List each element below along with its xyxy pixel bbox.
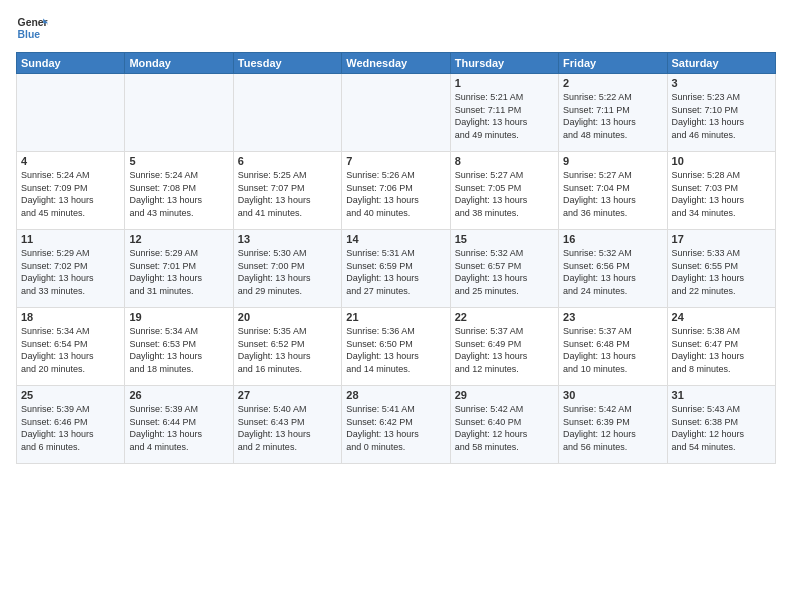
- day-number: 13: [238, 233, 337, 245]
- calendar-cell: 14Sunrise: 5:31 AM Sunset: 6:59 PM Dayli…: [342, 230, 450, 308]
- calendar-cell: 18Sunrise: 5:34 AM Sunset: 6:54 PM Dayli…: [17, 308, 125, 386]
- weekday-header-sunday: Sunday: [17, 53, 125, 74]
- calendar-cell: 20Sunrise: 5:35 AM Sunset: 6:52 PM Dayli…: [233, 308, 341, 386]
- day-number: 10: [672, 155, 771, 167]
- calendar-cell: 11Sunrise: 5:29 AM Sunset: 7:02 PM Dayli…: [17, 230, 125, 308]
- calendar-cell: 8Sunrise: 5:27 AM Sunset: 7:05 PM Daylig…: [450, 152, 558, 230]
- day-number: 27: [238, 389, 337, 401]
- day-info: Sunrise: 5:28 AM Sunset: 7:03 PM Dayligh…: [672, 169, 771, 219]
- calendar-cell: [125, 74, 233, 152]
- day-number: 28: [346, 389, 445, 401]
- day-number: 19: [129, 311, 228, 323]
- day-info: Sunrise: 5:24 AM Sunset: 7:08 PM Dayligh…: [129, 169, 228, 219]
- calendar-cell: 12Sunrise: 5:29 AM Sunset: 7:01 PM Dayli…: [125, 230, 233, 308]
- day-info: Sunrise: 5:36 AM Sunset: 6:50 PM Dayligh…: [346, 325, 445, 375]
- calendar-cell: [342, 74, 450, 152]
- calendar-cell: 27Sunrise: 5:40 AM Sunset: 6:43 PM Dayli…: [233, 386, 341, 464]
- day-info: Sunrise: 5:37 AM Sunset: 6:48 PM Dayligh…: [563, 325, 662, 375]
- day-info: Sunrise: 5:43 AM Sunset: 6:38 PM Dayligh…: [672, 403, 771, 453]
- day-info: Sunrise: 5:39 AM Sunset: 6:46 PM Dayligh…: [21, 403, 120, 453]
- weekday-header-wednesday: Wednesday: [342, 53, 450, 74]
- day-number: 15: [455, 233, 554, 245]
- calendar-cell: 4Sunrise: 5:24 AM Sunset: 7:09 PM Daylig…: [17, 152, 125, 230]
- day-info: Sunrise: 5:33 AM Sunset: 6:55 PM Dayligh…: [672, 247, 771, 297]
- day-number: 3: [672, 77, 771, 89]
- weekday-header-friday: Friday: [559, 53, 667, 74]
- day-info: Sunrise: 5:32 AM Sunset: 6:56 PM Dayligh…: [563, 247, 662, 297]
- day-info: Sunrise: 5:39 AM Sunset: 6:44 PM Dayligh…: [129, 403, 228, 453]
- day-info: Sunrise: 5:34 AM Sunset: 6:54 PM Dayligh…: [21, 325, 120, 375]
- calendar-cell: 29Sunrise: 5:42 AM Sunset: 6:40 PM Dayli…: [450, 386, 558, 464]
- calendar-cell: 16Sunrise: 5:32 AM Sunset: 6:56 PM Dayli…: [559, 230, 667, 308]
- day-number: 9: [563, 155, 662, 167]
- calendar-cell: 24Sunrise: 5:38 AM Sunset: 6:47 PM Dayli…: [667, 308, 775, 386]
- day-info: Sunrise: 5:40 AM Sunset: 6:43 PM Dayligh…: [238, 403, 337, 453]
- calendar-cell: 25Sunrise: 5:39 AM Sunset: 6:46 PM Dayli…: [17, 386, 125, 464]
- weekday-header-tuesday: Tuesday: [233, 53, 341, 74]
- day-number: 17: [672, 233, 771, 245]
- calendar-cell: 26Sunrise: 5:39 AM Sunset: 6:44 PM Dayli…: [125, 386, 233, 464]
- day-number: 31: [672, 389, 771, 401]
- day-number: 21: [346, 311, 445, 323]
- calendar-cell: 30Sunrise: 5:42 AM Sunset: 6:39 PM Dayli…: [559, 386, 667, 464]
- calendar-cell: 23Sunrise: 5:37 AM Sunset: 6:48 PM Dayli…: [559, 308, 667, 386]
- day-info: Sunrise: 5:21 AM Sunset: 7:11 PM Dayligh…: [455, 91, 554, 141]
- day-number: 6: [238, 155, 337, 167]
- day-info: Sunrise: 5:29 AM Sunset: 7:02 PM Dayligh…: [21, 247, 120, 297]
- day-info: Sunrise: 5:34 AM Sunset: 6:53 PM Dayligh…: [129, 325, 228, 375]
- day-number: 18: [21, 311, 120, 323]
- calendar-cell: 9Sunrise: 5:27 AM Sunset: 7:04 PM Daylig…: [559, 152, 667, 230]
- calendar-cell: 7Sunrise: 5:26 AM Sunset: 7:06 PM Daylig…: [342, 152, 450, 230]
- weekday-header-thursday: Thursday: [450, 53, 558, 74]
- day-info: Sunrise: 5:24 AM Sunset: 7:09 PM Dayligh…: [21, 169, 120, 219]
- day-info: Sunrise: 5:31 AM Sunset: 6:59 PM Dayligh…: [346, 247, 445, 297]
- day-info: Sunrise: 5:23 AM Sunset: 7:10 PM Dayligh…: [672, 91, 771, 141]
- day-number: 24: [672, 311, 771, 323]
- calendar-cell: 22Sunrise: 5:37 AM Sunset: 6:49 PM Dayli…: [450, 308, 558, 386]
- day-info: Sunrise: 5:27 AM Sunset: 7:04 PM Dayligh…: [563, 169, 662, 219]
- day-info: Sunrise: 5:25 AM Sunset: 7:07 PM Dayligh…: [238, 169, 337, 219]
- day-info: Sunrise: 5:41 AM Sunset: 6:42 PM Dayligh…: [346, 403, 445, 453]
- calendar-table: SundayMondayTuesdayWednesdayThursdayFrid…: [16, 52, 776, 464]
- day-number: 16: [563, 233, 662, 245]
- weekday-header-monday: Monday: [125, 53, 233, 74]
- day-info: Sunrise: 5:26 AM Sunset: 7:06 PM Dayligh…: [346, 169, 445, 219]
- calendar-cell: 28Sunrise: 5:41 AM Sunset: 6:42 PM Dayli…: [342, 386, 450, 464]
- day-number: 29: [455, 389, 554, 401]
- day-number: 1: [455, 77, 554, 89]
- day-number: 26: [129, 389, 228, 401]
- calendar-cell: 31Sunrise: 5:43 AM Sunset: 6:38 PM Dayli…: [667, 386, 775, 464]
- calendar-cell: 1Sunrise: 5:21 AM Sunset: 7:11 PM Daylig…: [450, 74, 558, 152]
- day-number: 11: [21, 233, 120, 245]
- calendar-cell: 3Sunrise: 5:23 AM Sunset: 7:10 PM Daylig…: [667, 74, 775, 152]
- day-info: Sunrise: 5:27 AM Sunset: 7:05 PM Dayligh…: [455, 169, 554, 219]
- logo: General Blue: [16, 12, 48, 44]
- calendar-cell: [233, 74, 341, 152]
- day-number: 2: [563, 77, 662, 89]
- calendar-cell: 21Sunrise: 5:36 AM Sunset: 6:50 PM Dayli…: [342, 308, 450, 386]
- day-number: 30: [563, 389, 662, 401]
- day-number: 22: [455, 311, 554, 323]
- svg-text:Blue: Blue: [18, 29, 41, 40]
- day-number: 20: [238, 311, 337, 323]
- calendar-cell: 5Sunrise: 5:24 AM Sunset: 7:08 PM Daylig…: [125, 152, 233, 230]
- day-number: 23: [563, 311, 662, 323]
- day-number: 4: [21, 155, 120, 167]
- calendar-cell: 2Sunrise: 5:22 AM Sunset: 7:11 PM Daylig…: [559, 74, 667, 152]
- calendar-cell: 15Sunrise: 5:32 AM Sunset: 6:57 PM Dayli…: [450, 230, 558, 308]
- day-number: 12: [129, 233, 228, 245]
- calendar-cell: 19Sunrise: 5:34 AM Sunset: 6:53 PM Dayli…: [125, 308, 233, 386]
- calendar-cell: 10Sunrise: 5:28 AM Sunset: 7:03 PM Dayli…: [667, 152, 775, 230]
- calendar-cell: [17, 74, 125, 152]
- day-info: Sunrise: 5:30 AM Sunset: 7:00 PM Dayligh…: [238, 247, 337, 297]
- weekday-header-saturday: Saturday: [667, 53, 775, 74]
- calendar-cell: 13Sunrise: 5:30 AM Sunset: 7:00 PM Dayli…: [233, 230, 341, 308]
- day-info: Sunrise: 5:32 AM Sunset: 6:57 PM Dayligh…: [455, 247, 554, 297]
- day-number: 7: [346, 155, 445, 167]
- calendar-cell: 17Sunrise: 5:33 AM Sunset: 6:55 PM Dayli…: [667, 230, 775, 308]
- day-info: Sunrise: 5:42 AM Sunset: 6:40 PM Dayligh…: [455, 403, 554, 453]
- day-number: 8: [455, 155, 554, 167]
- day-info: Sunrise: 5:35 AM Sunset: 6:52 PM Dayligh…: [238, 325, 337, 375]
- calendar-cell: 6Sunrise: 5:25 AM Sunset: 7:07 PM Daylig…: [233, 152, 341, 230]
- page-header: General Blue: [16, 12, 776, 44]
